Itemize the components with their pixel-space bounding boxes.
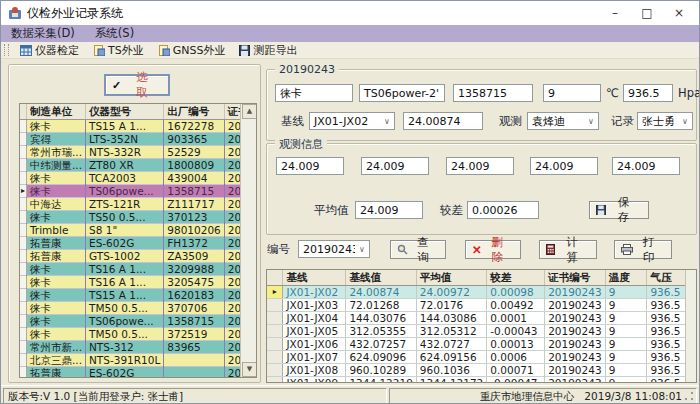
reading-field-3[interactable]: 24.009 bbox=[446, 157, 514, 175]
table-row[interactable]: 宾得LTS-352N90336520190 bbox=[20, 133, 257, 146]
grid-cell[interactable]: 72.01268 bbox=[346, 299, 416, 312]
col-serial[interactable]: 出厂编号 bbox=[164, 104, 224, 120]
grid-cell[interactable]: 中海达 bbox=[27, 198, 86, 211]
grid-cell[interactable]: 0.0006 bbox=[487, 351, 545, 364]
table-row[interactable]: 中纬测量...ZT80 XR180080920190 bbox=[20, 159, 257, 172]
grid-cell[interactable]: 1344.12219 bbox=[346, 377, 416, 384]
grid-cell[interactable]: 徕卡 bbox=[27, 315, 86, 328]
grid-cell[interactable]: 徕卡 bbox=[27, 289, 86, 302]
grid-cell[interactable]: 9 bbox=[605, 299, 647, 312]
grid-cell[interactable]: -0.00043 bbox=[487, 325, 545, 338]
diff-field[interactable]: 0.00026 bbox=[467, 201, 539, 219]
save-button[interactable]: 保 存 bbox=[589, 201, 649, 219]
grid-cell[interactable]: 徕卡 bbox=[27, 120, 86, 133]
grid-cell[interactable]: 3209988 bbox=[164, 263, 224, 276]
grid-cell[interactable]: 9 bbox=[605, 338, 647, 351]
grid-cell[interactable]: 370123 bbox=[164, 211, 224, 224]
col-certificate-no[interactable]: 证书编号 bbox=[545, 270, 606, 286]
grid-cell[interactable]: 20190243 bbox=[545, 338, 606, 351]
menu-system[interactable]: 系统(S) bbox=[85, 25, 144, 42]
grid-cell[interactable]: TS06powe... bbox=[86, 185, 164, 198]
reading-field-1[interactable]: 24.009 bbox=[276, 157, 344, 175]
col-diff[interactable]: 较差 bbox=[487, 270, 545, 286]
grid-cell[interactable]: TCA2003 bbox=[86, 172, 164, 185]
table-row[interactable]: 拓普康ES-602GFH137220190 bbox=[20, 237, 257, 250]
grid-cell[interactable]: 0.00071 bbox=[487, 364, 545, 377]
grid-cell[interactable]: 20190243 bbox=[545, 312, 606, 325]
delete-button[interactable]: ✕ 删 除 bbox=[465, 240, 521, 259]
minimize-button[interactable]: – bbox=[599, 2, 631, 24]
grid-cell[interactable]: 24.00972 bbox=[416, 286, 486, 299]
grid-cell[interactable]: TS16 A 1... bbox=[86, 263, 164, 276]
grid-cell[interactable]: -0.00047 bbox=[487, 377, 545, 384]
grid-cell[interactable]: 20190243 bbox=[545, 286, 606, 299]
grid-cell[interactable]: 312.05355 bbox=[346, 325, 416, 338]
grid-cell[interactable]: 常州市新... bbox=[27, 341, 86, 354]
grid-cell[interactable]: TM50 0.5... bbox=[86, 302, 164, 315]
baseline-combo[interactable]: JX01-JX02 ∨ bbox=[309, 112, 395, 130]
reading-field-4[interactable]: 24.009 bbox=[530, 157, 598, 175]
grid-cell[interactable]: 1344.12172 bbox=[416, 377, 486, 384]
table-row[interactable]: 徕卡TS16 A 1...320998820190 bbox=[20, 263, 257, 276]
grid-cell[interactable]: 52529 bbox=[164, 146, 224, 159]
table-row[interactable]: 中海达ZTS-121RZ11171720190 bbox=[20, 198, 257, 211]
grid-cell[interactable]: 1672278 bbox=[164, 120, 224, 133]
calc-button[interactable]: 计 算 bbox=[539, 240, 597, 259]
grid-cell[interactable]: TS15 A 1... bbox=[86, 120, 164, 133]
table-row[interactable]: 徕卡TS15 A 1...162018320190 bbox=[20, 289, 257, 302]
grid-cell[interactable]: 372519 bbox=[164, 328, 224, 341]
menu-data-collect[interactable]: 数据采集(D) bbox=[1, 25, 85, 42]
serial-field[interactable]: 1358715 bbox=[453, 84, 533, 102]
select-button[interactable]: ✓选 取 bbox=[105, 75, 169, 95]
table-row[interactable]: JX01-JX0372.0126872.01760.00492201902439… bbox=[267, 299, 696, 312]
grid-cell[interactable]: JX01-JX08 bbox=[283, 364, 346, 377]
grid-cell[interactable]: 20190243 bbox=[545, 325, 606, 338]
chevron-down-icon[interactable]: ∨ bbox=[355, 245, 369, 254]
reading-field-2[interactable]: 24.009 bbox=[361, 157, 429, 175]
grid-cell[interactable]: 拓普康 bbox=[27, 367, 86, 379]
grid-cell[interactable]: TS16 A 1... bbox=[86, 276, 164, 289]
grid-cell[interactable]: 98010206 bbox=[164, 224, 224, 237]
chevron-down-icon[interactable]: ∨ bbox=[584, 117, 598, 126]
result-grid[interactable]: 基线 基线值 平均值 较差 证书编号 温度 气压 ▸JX01-JX0224.00… bbox=[266, 269, 697, 383]
grid-cell[interactable]: 宾得 bbox=[27, 133, 86, 146]
table-row[interactable]: ▸JX01-JX0224.0087424.009720.000982019024… bbox=[267, 286, 696, 299]
grid-cell[interactable]: Z111717 bbox=[164, 198, 224, 211]
grid-cell[interactable]: 624.09096 bbox=[346, 351, 416, 364]
grid-cell[interactable]: 9 bbox=[605, 286, 647, 299]
grid-cell[interactable]: JX01-JX06 bbox=[283, 338, 346, 351]
grid-cell[interactable]: 徕卡 bbox=[27, 263, 86, 276]
grid-cell[interactable]: 徕卡 bbox=[27, 185, 86, 198]
table-row[interactable]: 徕卡TS16 A 1...320547520190 bbox=[20, 276, 257, 289]
grid-cell[interactable]: 960.1036 bbox=[416, 364, 486, 377]
manufacturer-field[interactable]: 徕卡 bbox=[275, 84, 353, 102]
table-row[interactable]: 北京三鼎...NTS-391R10L20190 bbox=[20, 354, 257, 367]
table-row[interactable]: ▸徕卡TS06powe...135871520190 bbox=[20, 185, 257, 198]
grid-cell[interactable]: FH1372 bbox=[164, 237, 224, 250]
table-row[interactable]: 拓普康ES-602G20190 bbox=[20, 367, 257, 379]
grid-cell[interactable]: 1620183 bbox=[164, 289, 224, 302]
grid-cell[interactable]: 24.00874 bbox=[346, 286, 416, 299]
table-row[interactable]: 拓普康GTS-1002ZA350920190 bbox=[20, 250, 257, 263]
grid-cell[interactable] bbox=[164, 367, 224, 379]
grid-cell[interactable]: GTS-1002 bbox=[86, 250, 164, 263]
query-button[interactable]: 查 询 bbox=[390, 240, 446, 259]
grid-cell[interactable]: S8 1" bbox=[86, 224, 164, 237]
resize-grip[interactable] bbox=[684, 391, 693, 400]
grid-cell[interactable]: 312.05312 bbox=[416, 325, 486, 338]
grid-cell[interactable]: 370706 bbox=[164, 302, 224, 315]
chevron-down-icon[interactable]: ∨ bbox=[380, 117, 394, 126]
grid-cell[interactable]: 北京三鼎... bbox=[27, 354, 86, 367]
grid-cell[interactable]: 徕卡 bbox=[27, 328, 86, 341]
toolbar-range-export-button[interactable]: 测距导出 bbox=[232, 42, 304, 58]
grid-cell[interactable]: JX01-JX05 bbox=[283, 325, 346, 338]
grid-cell[interactable]: JX01-JX07 bbox=[283, 351, 346, 364]
table-row[interactable]: 常州市瑞...NTS-332R5252920190 bbox=[20, 146, 257, 159]
grid-cell[interactable]: NTS-312 bbox=[86, 341, 164, 354]
grid-cell[interactable]: 1358715 bbox=[164, 185, 224, 198]
grid-cell[interactable]: 144.03086 bbox=[416, 312, 486, 325]
grid-cell[interactable]: ES-602G bbox=[86, 237, 164, 250]
grid-cell[interactable]: 960.10289 bbox=[346, 364, 416, 377]
col-baseline-value[interactable]: 基线值 bbox=[346, 270, 416, 286]
table-row[interactable]: TrimbleS8 1"9801020620190 bbox=[20, 224, 257, 237]
